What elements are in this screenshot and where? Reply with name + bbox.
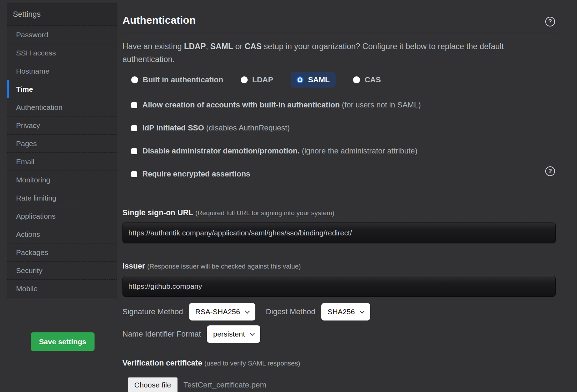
sidebar-item-label: Email [16,158,35,166]
sidebar-item-rate-limiting[interactable]: Rate limiting [7,189,117,207]
option-text: Require encrypted assertions [142,169,250,179]
checkbox-icon [131,171,137,177]
sso-url-input[interactable] [122,223,556,243]
save-settings-button[interactable]: Save settings [31,332,95,351]
digest-method-select[interactable]: SHA256 [321,303,370,321]
name-identifier-format-label: Name Identifier Format [122,330,201,339]
radio-icon [131,76,138,83]
radio-icon [241,76,248,83]
option-disable-admin-demotion[interactable]: Disable administrator demotion/promotion… [131,146,556,156]
intro-keyword: SAML [210,42,233,51]
option-label: Allow creation of accounts with built-in… [142,100,340,109]
settings-sidebar: Settings PasswordSSH accessHostnameTimeA… [7,3,117,298]
name-identifier-format-select[interactable]: persistent [207,325,260,343]
sso-url-label: Single sign-on URL (Required full URL fo… [122,208,556,218]
chevron-down-icon [250,331,255,336]
option-label: IdP initiated SSO [142,123,204,132]
chosen-file-name: TestCert_certificate.pem [183,380,266,390]
verification-certificate-note: (used to verify SAML responses) [204,360,300,367]
sidebar-item-label: Actions [16,230,40,239]
sidebar-item-applications[interactable]: Applications [7,207,117,225]
issuer-input[interactable] [122,276,556,297]
radio-selected-icon [297,76,304,83]
sidebar-item-hostname[interactable]: Hostname [7,62,117,80]
sidebar-item-label: Authentication [16,103,62,112]
verification-certificate-file-row: Choose file TestCert_certificate.pem [128,377,556,392]
sidebar-item-ssh-access[interactable]: SSH access [7,44,117,62]
help-icon-encrypted-assertions[interactable]: ? [545,166,555,176]
sidebar-item-label: Privacy [16,121,40,130]
intro-text-segment: or [233,42,245,51]
sidebar-item-label: Mobile [16,285,38,293]
sidebar-item-pages[interactable]: Pages [7,135,117,153]
issuer-label: Issuer (Response issuer will be checked … [122,261,556,272]
auth-method-label: CAS [365,75,381,84]
sidebar-item-label: Password [16,31,48,39]
sidebar-item-label: Security [16,266,43,275]
sidebar-item-password[interactable]: Password [7,26,117,44]
chevron-down-icon [245,308,250,313]
issuer-label-text: Issuer [122,262,145,270]
intro-text-segment: Have an existing [122,42,184,51]
intro-keyword: LDAP [184,42,206,51]
auth-method-cas[interactable]: CAS [353,75,381,84]
sidebar-item-email[interactable]: Email [7,153,117,171]
sidebar-item-security[interactable]: Security [7,262,117,280]
option-note: (ignore the administrator attribute) [300,146,418,155]
auth-method-label: LDAP [252,75,273,84]
sidebar-item-mobile[interactable]: Mobile [7,280,117,298]
sidebar-item-label: Pages [16,140,37,148]
authentication-panel: ? ? Authentication Have an existing LDAP… [122,0,556,392]
name-identifier-format-value: persistent [213,330,245,338]
intro-keyword: CAS [245,42,262,51]
sidebar-item-authentication[interactable]: Authentication [7,98,117,116]
option-label: Require encrypted assertions [142,169,250,178]
option-allow-builtin-accounts[interactable]: Allow creation of accounts with built-in… [131,100,556,110]
verification-certificate-label: Verification certificate (used to verify… [122,358,556,369]
radio-icon [353,76,360,83]
sidebar-title: Settings [7,3,117,26]
choose-file-button[interactable]: Choose file [128,377,178,392]
auth-method-built-in-authentication[interactable]: Built in authentication [131,75,223,84]
sidebar-item-label: Rate limiting [16,194,57,202]
sidebar-item-label: Packages [16,248,48,257]
auth-method-label: SAML [308,75,330,84]
digest-method-label: Digest Method [266,307,315,316]
auth-method-ldap[interactable]: LDAP [241,75,273,84]
intro-text: Have an existing LDAP, SAML or CAS setup… [122,40,506,66]
sidebar-item-actions[interactable]: Actions [7,225,117,243]
help-icon[interactable]: ? [545,17,555,27]
auth-options-list: Allow creation of accounts with built-in… [131,100,556,179]
sso-url-label-text: Single sign-on URL [122,208,193,217]
issuer-note: (Response issuer will be checked against… [147,263,301,270]
sidebar-item-label: Hostname [16,67,50,75]
page-title: Authentication [122,13,556,27]
option-note: (for users not in SAML) [340,100,421,109]
signature-method-label: Signature Method [122,307,183,316]
sidebar-item-monitoring[interactable]: Monitoring [7,171,117,189]
option-text: IdP initiated SSO (disables AuthnRequest… [142,123,290,133]
signature-method-select[interactable]: RSA-SHA256 [189,303,255,321]
option-note: (disables AuthnRequest) [204,123,290,132]
sidebar-items: PasswordSSH accessHostnameTimeAuthentica… [7,26,117,298]
signature-method-value: RSA-SHA256 [195,308,240,316]
checkbox-icon [131,102,137,108]
sidebar-item-time[interactable]: Time [7,80,117,98]
option-label: Disable administrator demotion/promotion… [142,146,300,155]
option-require-encrypted-assertions[interactable]: Require encrypted assertions [131,169,556,179]
sidebar-item-label: Time [16,85,33,93]
checkbox-icon [131,148,137,154]
chevron-down-icon [360,308,365,313]
option-text: Allow creation of accounts with built-in… [142,100,421,110]
auth-method-saml[interactable]: SAML [291,72,336,88]
auth-method-label: Built in authentication [143,75,223,84]
option-text: Disable administrator demotion/promotion… [142,146,418,156]
digest-method-value: SHA256 [328,308,355,316]
sidebar-item-privacy[interactable]: Privacy [7,116,117,135]
verification-certificate-label-text: Verification certificate [122,359,202,367]
option-idp-initiated-sso[interactable]: IdP initiated SSO (disables AuthnRequest… [131,123,556,133]
sidebar-item-packages[interactable]: Packages [7,243,117,262]
sso-url-note: (Required full URL for signing into your… [195,209,334,217]
sidebar-item-label: SSH access [16,49,56,57]
auth-method-radio-group: Built in authenticationLDAPSAMLCAS [131,72,556,88]
